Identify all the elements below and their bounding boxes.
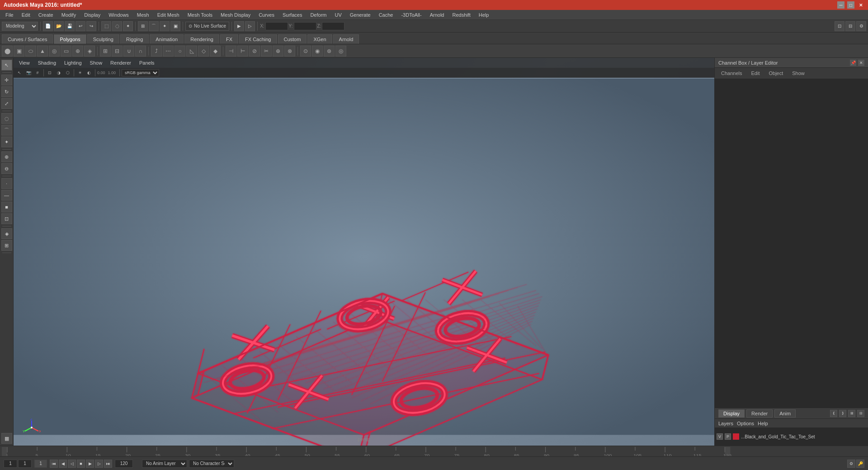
menu-uv[interactable]: UV (331, 11, 345, 19)
tab-arnold[interactable]: Arnold (333, 34, 359, 44)
bool-diff-tool[interactable]: ∩ (135, 46, 146, 56)
snap-surface-button[interactable]: ▣ (170, 21, 180, 31)
range-indicator[interactable] (34, 460, 47, 468)
panel-pin-button[interactable]: 📌 (850, 60, 856, 66)
tab-object[interactable]: Object (766, 70, 786, 77)
layers-tab-options[interactable]: Options (737, 421, 754, 426)
stop-button[interactable]: ■ (77, 460, 85, 468)
layer-playback-p[interactable]: P (725, 433, 731, 440)
layer-color-swatch[interactable] (733, 433, 739, 440)
viewport-menu-shading[interactable]: Shading (35, 59, 59, 66)
wedge-tool[interactable]: ◺ (186, 46, 197, 56)
pipe-tool[interactable]: ⊕ (72, 46, 83, 56)
split-poly-tool[interactable]: ⊘ (249, 46, 260, 56)
vp-wireframe-btn[interactable]: ⊡ (46, 69, 54, 77)
menu-edit-mesh[interactable]: Edit Mesh (154, 11, 183, 19)
open-file-button[interactable]: 📂 (54, 21, 64, 31)
options-button[interactable]: ⊞ (848, 410, 855, 417)
play-back-button[interactable]: ◁ (68, 460, 76, 468)
uvmap-mode[interactable]: ⊡ (1, 213, 12, 224)
tab-show[interactable]: Show (789, 70, 807, 77)
menu-mesh[interactable]: Mesh (133, 11, 153, 19)
detach-tool[interactable]: ⊗ (284, 46, 295, 56)
lasso-select-button[interactable]: ◌ (112, 21, 122, 31)
menu-generate[interactable]: Generate (346, 11, 374, 19)
tab-custom[interactable]: Custom (278, 34, 307, 44)
menu-windows[interactable]: Windows (105, 11, 132, 19)
start-frame-field[interactable] (4, 460, 17, 468)
cylinder-tool[interactable]: ⬭ (25, 46, 36, 56)
viewport-menu-show[interactable]: Show (87, 59, 105, 66)
play-forward-button[interactable]: ▶ (86, 460, 94, 468)
attr-editor-toggle[interactable]: ⊟ (845, 21, 855, 31)
sphere-tool[interactable]: ⬤ (2, 46, 13, 56)
separate-tool[interactable]: ⊟ (112, 46, 123, 56)
menu-help[interactable]: Help (475, 11, 493, 19)
prism-tool[interactable]: ◈ (84, 46, 95, 56)
tab-rigging[interactable]: Rigging (120, 34, 149, 44)
anim-layer-dropdown[interactable]: No Anim Layer (142, 460, 187, 468)
vp-cam-btn[interactable]: 📷 (24, 69, 33, 77)
snap-curve-button[interactable]: ⌒ (149, 21, 159, 31)
move-tool[interactable]: ✛ (1, 75, 12, 85)
save-file-button[interactable]: 💾 (65, 21, 75, 31)
next-key-button[interactable]: ⏭ (104, 460, 112, 468)
vp-texture-btn[interactable]: ⬡ (64, 69, 72, 77)
vp-shade-btn[interactable]: ◑ (55, 69, 63, 77)
select-tool-button[interactable]: ⬚ (101, 21, 111, 31)
vp-shadow-btn[interactable]: ◐ (85, 69, 93, 77)
viewport-menu-lighting[interactable]: Lighting (61, 59, 85, 66)
merge-vertices-tool[interactable]: ⊙ (300, 46, 311, 56)
insert-loop-tool[interactable]: ⊣ (226, 46, 236, 56)
vertex-mode[interactable]: · (1, 178, 12, 189)
isolate-select[interactable]: ◈ (1, 228, 12, 239)
render-region[interactable]: ▦ (1, 433, 12, 444)
frame-all[interactable]: ⊞ (1, 240, 12, 251)
vp-select-btn[interactable]: ↖ (15, 69, 24, 77)
soft-select[interactable]: ◌ (1, 113, 12, 124)
tab-animation[interactable]: Animation (150, 34, 184, 44)
gamma-dropdown[interactable]: sRGB gamma (122, 69, 159, 76)
display-tab-render[interactable]: Render (746, 409, 773, 418)
bool-union-tool[interactable]: ∪ (123, 46, 134, 56)
panel-close-button[interactable]: ✕ (858, 60, 864, 66)
z-field[interactable] (322, 22, 344, 30)
extrude-tool[interactable]: ⤴ (151, 46, 162, 56)
menu-file[interactable]: File (2, 11, 17, 19)
combine-tool[interactable]: ⊞ (100, 46, 111, 56)
y-field[interactable] (294, 22, 316, 30)
tab-rendering[interactable]: Rendering (184, 34, 219, 44)
live-surface-button[interactable]: ⊙ No Live Surface (185, 22, 229, 31)
channel-box-toggle[interactable]: ⊡ (835, 21, 844, 31)
collapse-all-button[interactable]: ⟪ (830, 410, 837, 417)
char-set-dropdown[interactable]: No Character Set (189, 460, 234, 468)
connect-tool[interactable]: ⊕ (273, 46, 283, 56)
tool-settings-toggle[interactable]: ⚙ (856, 21, 866, 31)
menu-curves[interactable]: Curves (255, 11, 278, 19)
x-field[interactable] (265, 22, 288, 30)
hide-manipulator[interactable]: ⊖ (1, 163, 12, 174)
layers-tab-help[interactable]: Help (758, 421, 768, 426)
vp-lights-btn[interactable]: ☀ (76, 69, 84, 77)
paint-tool[interactable]: ✦ (1, 136, 12, 147)
lasso-tool[interactable]: ⌒ (1, 125, 12, 136)
viewport-menu-panels[interactable]: Panels (137, 59, 157, 66)
viewport[interactable]: View Shading Lighting Show Renderer Pane… (14, 58, 714, 446)
scale-tool[interactable]: ⤢ (1, 98, 12, 109)
offset-loop-tool[interactable]: ⊢ (237, 46, 248, 56)
tab-curves-surfaces[interactable]: Curves / Surfaces (2, 34, 53, 44)
undo-button[interactable]: ↩ (75, 21, 85, 31)
tab-fx[interactable]: FX (220, 34, 238, 44)
merge-to-center-tool[interactable]: ◉ (312, 46, 323, 56)
tab-polygons[interactable]: Polygons (54, 34, 86, 44)
next-frame-button[interactable]: ▷ (95, 460, 103, 468)
chamfer-tool[interactable]: ◆ (210, 46, 221, 56)
face-mode[interactable]: ■ (1, 202, 12, 212)
menu-surfaces[interactable]: Surfaces (279, 11, 306, 19)
display-tab-anim[interactable]: Anim (774, 409, 796, 418)
tab-fx-caching[interactable]: FX Caching (239, 34, 277, 44)
plane-tool[interactable]: ▭ (61, 46, 71, 56)
collapse-tool[interactable]: ◎ (335, 46, 346, 56)
prev-frame-button[interactable]: ◀ (59, 460, 67, 468)
maximize-button[interactable]: □ (847, 1, 854, 9)
